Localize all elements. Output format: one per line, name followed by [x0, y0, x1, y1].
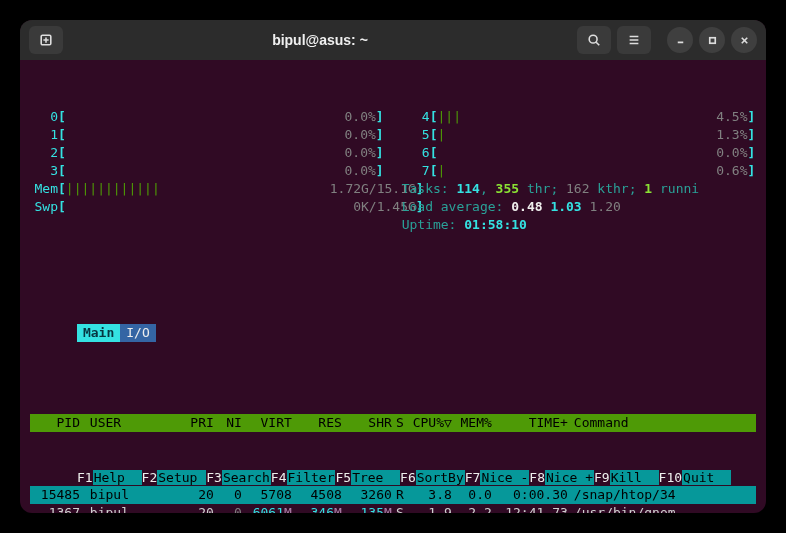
fn-label[interactable]: SortBy [416, 470, 465, 485]
cpu-meter-row: 1[0.0%] 5[|1.3%] [30, 126, 756, 144]
fn-label[interactable]: Quit [682, 470, 731, 485]
function-key-bar: F1Help F2Setup F3SearchF4FilterF5Tree F6… [20, 451, 766, 513]
fn-key[interactable]: F3 [206, 470, 222, 485]
fn-label[interactable]: Kill [610, 470, 659, 485]
fn-key[interactable]: F5 [335, 470, 351, 485]
fn-label[interactable]: Nice - [480, 470, 529, 485]
mem-meter-row: Mem[||||||||||||1.72G/15.1G] Tasks: 114,… [30, 180, 756, 198]
tab-io[interactable]: I/O [120, 324, 155, 342]
fn-label[interactable]: Help [93, 470, 142, 485]
titlebar: bipul@asus: ~ [20, 20, 766, 60]
maximize-button[interactable] [699, 27, 725, 53]
cpu-meter-row: 2[0.0%] 6[0.0%] [30, 144, 756, 162]
fn-key[interactable]: F7 [465, 470, 481, 485]
cpu-meter-row: 0[0.0%] 4[|||4.5%] [30, 108, 756, 126]
fn-key[interactable]: F9 [594, 470, 610, 485]
uptime-row: Uptime: 01:58:10 [30, 216, 756, 234]
close-button[interactable] [731, 27, 757, 53]
terminal-content: 0[0.0%] 4[|||4.5%]1[0.0%] 5[|1.3%]2[0.0%… [20, 60, 766, 513]
fn-label[interactable]: Filter [287, 470, 336, 485]
fn-key[interactable]: F8 [529, 470, 545, 485]
minimize-button[interactable] [667, 27, 693, 53]
fn-key[interactable]: F10 [659, 470, 682, 485]
swap-meter-row: Swp[0K/1.45G] Load average: 0.48 1.03 1.… [30, 198, 756, 216]
svg-line-4 [596, 42, 599, 45]
fn-key[interactable]: F1 [77, 470, 93, 485]
cpu-meter-row: 3[0.0%] 7[|0.6%] [30, 162, 756, 180]
fn-key[interactable]: F6 [400, 470, 416, 485]
search-button[interactable] [577, 26, 611, 54]
menu-button[interactable] [617, 26, 651, 54]
window-title: bipul@asus: ~ [66, 32, 574, 48]
new-tab-button[interactable] [29, 26, 63, 54]
fn-key[interactable]: F2 [142, 470, 158, 485]
fn-label[interactable]: Search [222, 470, 271, 485]
svg-rect-9 [709, 37, 715, 43]
tab-main[interactable]: Main [77, 324, 120, 342]
fn-label[interactable]: Nice + [545, 470, 594, 485]
fn-label[interactable]: Tree [351, 470, 400, 485]
fn-label[interactable]: Setup [157, 470, 206, 485]
svg-point-3 [589, 35, 597, 43]
process-header[interactable]: PID USERPRINIVIRTRESSHRSCPU%▽MEM%TIME+Co… [30, 414, 756, 432]
terminal-window: bipul@asus: ~ 0[0.0%] 4[|||4.5%]1[0.0%] … [20, 20, 766, 513]
fn-key[interactable]: F4 [271, 470, 287, 485]
